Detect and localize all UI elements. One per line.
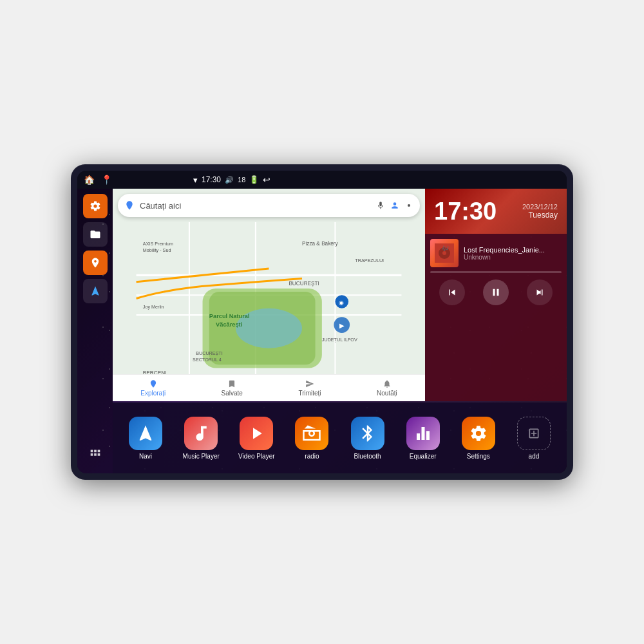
sidebar-grid-btn[interactable] [83,441,108,466]
map-news-btn[interactable]: Noutăți [377,379,397,397]
settings-icon [462,417,495,450]
app-add[interactable]: add [511,417,556,460]
sidebar-nav-btn[interactable] [83,279,108,303]
next-button[interactable] [527,279,553,305]
wifi-icon: ▾ [193,175,198,185]
equalizer-label: Equalizer [410,453,437,460]
home-status-icon[interactable]: 🏠 [84,175,95,185]
music-info: 🎶 Lost Frequencies_Janie... Unknown [430,239,562,267]
sidebar [77,189,113,473]
clock-widget: 17:30 2023/12/12 Tuesday [425,189,567,234]
status-bar: 🏠 📍 ▾ 17:30 🔊 18 🔋 ↩ [77,171,567,189]
svg-text:AXIS Premium: AXIS Premium [143,241,173,247]
status-bar-right: ▾ 17:30 🔊 18 🔋 ↩ [193,175,270,185]
app-bluetooth[interactable]: Bluetooth [345,417,390,460]
music-artist: Unknown [464,254,562,261]
clock-date: 2023/12/12 Tuesday [522,203,558,220]
battery-icon: 🔋 [249,175,259,184]
music-controls [430,277,562,308]
svg-text:Văcărești: Văcărești [216,321,242,328]
music-player-label: Music Player [183,453,220,460]
account-icon[interactable] [390,201,399,210]
map-search-text[interactable]: Căutați aici [140,201,371,211]
svg-text:Mobility - Sud: Mobility - Sud [143,247,171,253]
app-music-player[interactable]: Music Player [178,417,223,460]
svg-text:▶: ▶ [339,322,345,329]
svg-text:Joy Merlin: Joy Merlin [143,304,164,310]
status-time: 17:30 [202,175,221,184]
bluetooth-label: Bluetooth [354,453,381,460]
svg-text:Pizza & Bakery: Pizza & Bakery [302,241,339,247]
map-explore-btn[interactable]: Explorați [140,379,166,397]
content-area: Căutați aici [113,189,567,473]
map-container[interactable]: Căutați aici [113,189,425,401]
svg-text:🎶: 🎶 [442,245,450,252]
map-send-btn[interactable]: Trimiteți [298,379,321,397]
radio-label: radio [305,453,319,460]
music-player-icon [184,417,218,450]
back-icon[interactable]: ↩ [263,175,270,185]
video-player-label: Video Player [238,453,275,460]
app-radio[interactable]: radio [289,417,334,460]
sidebar-settings-btn[interactable] [83,194,108,218]
music-album-art: 🎶 [430,239,459,267]
music-text: Lost Frequencies_Janie... Unknown [464,246,562,261]
radio-icon [295,417,328,450]
battery-level: 18 [238,176,245,184]
mic-icon[interactable] [376,201,385,210]
prev-button[interactable] [439,279,465,305]
svg-point-0 [393,202,397,205]
volume-icon: 🔊 [225,176,234,184]
sidebar-map-btn[interactable] [83,251,108,275]
svg-text:BUCUREȘTI: BUCUREȘTI [196,350,223,356]
clock-date-day: Tuesday [522,211,558,220]
add-label: add [529,453,540,460]
add-icon [517,417,551,450]
app-video-player[interactable]: Video Player [234,417,279,460]
device-frame: 🏠 📍 ▾ 17:30 🔊 18 🔋 ↩ [71,164,573,480]
svg-text:BUCUREȘTI: BUCUREȘTI [289,281,319,287]
right-panel: 17:30 2023/12/12 Tuesday [425,189,567,401]
svg-text:TRAPEZULUI: TRAPEZULUI [355,258,384,263]
app-equalizer[interactable]: Equalizer [401,417,446,460]
equalizer-icon [406,417,440,450]
settings-label: Settings [467,453,490,460]
music-title: Lost Frequencies_Janie... [464,246,562,254]
map-saved-btn[interactable]: Salvate [222,379,243,397]
app-navi[interactable]: Navi [123,417,168,460]
app-grid: Navi Music Player Video Player [113,402,567,473]
pause-button[interactable] [483,279,509,305]
navi-label: Navi [139,453,152,460]
status-bar-left: 🏠 📍 [84,175,112,185]
app-settings[interactable]: Settings [456,417,501,460]
clock-time: 17:30 [434,199,497,223]
svg-text:◉: ◉ [339,299,344,306]
navi-icon [129,417,162,450]
clock-date-year: 2023/12/12 [522,203,558,211]
device-screen: 🏠 📍 ▾ 17:30 🔊 18 🔋 ↩ [77,171,567,473]
map-search-bar[interactable]: Căutați aici [118,194,420,217]
top-row: Căutați aici [113,189,567,401]
svg-text:Parcul Natural: Parcul Natural [209,313,250,319]
svg-text:SECTORUL 4: SECTORUL 4 [193,357,222,363]
sidebar-folder-btn[interactable] [83,222,108,247]
settings-map-icon[interactable] [404,201,413,210]
map-bottom-bar: Explorați Salvate Trimiteți [113,374,425,401]
svg-text:JUDEȚUL ILFOV: JUDEȚUL ILFOV [322,337,357,343]
bluetooth-icon [351,417,384,450]
map-status-icon[interactable]: 📍 [101,175,112,185]
main-area: Căutați aici [77,189,567,473]
music-progress-bar[interactable] [430,271,562,273]
music-widget: 🎶 Lost Frequencies_Janie... Unknown [425,234,567,401]
video-player-icon [240,417,273,450]
